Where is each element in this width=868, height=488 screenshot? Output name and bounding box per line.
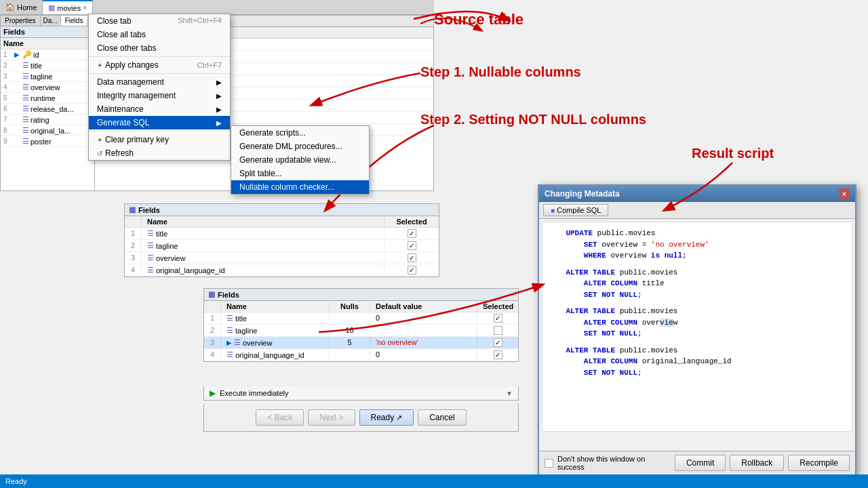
menu-item-refresh[interactable]: ↺ Refresh [89,146,230,160]
menu-item-apply[interactable]: ✦ Apply changes Ctrl+F7 [89,58,230,72]
dialog-footer: Don't show this window on success Commit… [539,451,855,474]
dont-show-checkbox[interactable] [545,459,553,468]
home-icon: 🏠 [5,3,15,12]
submenu-item-view[interactable]: Generate updatable view... [231,153,369,167]
table-row[interactable]: 2 ☰ tagline 16 [204,325,518,337]
bottom-buttons-bar: < Back Next > Ready ↗ Cancel [203,404,519,432]
table-row[interactable]: 3 ☰ overview ✓ [125,252,439,264]
tab-left-properties[interactable]: Properties [1,16,41,26]
list-item[interactable]: 7 ☰rating [1,115,94,125]
list-item[interactable]: 9 ☰poster [1,136,94,147]
list-item[interactable]: 4 ☰overview [1,82,94,93]
sql-content: UPDATE public.movies SET overview = 'no … [542,222,852,432]
fields-lower-header: Name Nulls Default value Selected [204,301,518,312]
menu-item-close-other[interactable]: Close other tabs [89,41,230,55]
movies-tab[interactable]: ▦ movies × [43,0,93,14]
table-row-selected[interactable]: 3 ▶ ☰ overview 5 'no overview' ✓ [204,337,518,349]
execute-label: Execute immediately [220,389,289,397]
left-panel: Properties Da... Fields Fields Name 1 ▶ … [0,15,95,191]
tab-left-data[interactable]: Da... [41,16,61,26]
menu-item-maintenance[interactable]: Maintenance ▶ [89,102,230,116]
sub-context-menu: Generate scripts... Generate DML procedu… [231,125,370,195]
menu-separator [89,56,230,57]
execute-bar: ▶ Execute immediately ▼ [203,386,519,401]
submenu-item-split[interactable]: Split table... [231,167,369,180]
changing-metadata-dialog: Changing Metadata × ■ Compile SQL UPDATE… [538,184,856,476]
close-button[interactable]: × [839,188,850,199]
menu-item-data-management[interactable]: Data management ▶ [89,75,230,89]
menu-item-generate-sql[interactable]: Generate SQL ▶ [89,116,230,129]
list-item[interactable]: 8 ☰original_la... [1,125,94,136]
table-icon: ▦ [48,3,55,12]
fields-panel-header: Fields [1,26,94,38]
compile-icon: ■ [551,207,555,214]
submenu-item-scripts[interactable]: Generate scripts... [231,126,369,140]
fields-upper-header: Name Selected [125,216,439,228]
back-button[interactable]: < Back [256,409,304,426]
submenu-item-nullable[interactable]: Nullable column checker... [231,180,369,194]
fields-upper-panel: ▦ Fields Name Selected 1 ☰ title ✓ 2 ☰ t… [124,203,439,277]
menu-item-clear-pk[interactable]: ✦ Clear primary key [89,133,230,146]
context-menu: Close tab Shift+Ctrl+F4 Close all tabs C… [88,14,231,161]
dont-show-label: Don't show this window on success [557,455,671,471]
table-row[interactable]: 1 ☰ title ✓ [125,228,439,240]
commit-button[interactable]: Commit [675,455,726,471]
menu-item-close-tab[interactable]: Close tab Shift+Ctrl+F4 [89,14,230,28]
fields-upper-title: ▦ Fields [125,204,439,216]
annotation-step1: Step 1. Nullable columns [420,64,581,80]
play-icon: ▶ [210,388,216,398]
compile-sql-button[interactable]: ■ Compile SQL [543,204,608,216]
list-item[interactable]: 5 ☰runtime [1,93,94,104]
rollback-button[interactable]: Rollback [730,455,784,471]
menu-separator [89,73,230,74]
list-item[interactable]: 2 ☰title [1,60,94,71]
list-item[interactable]: 6 ☰release_da... [1,104,94,115]
table-row[interactable]: 2 ☰ tagline ✓ [125,240,439,252]
status-text: Ready [5,477,27,485]
list-item[interactable]: 3 ☰tagline [1,71,94,82]
annotation-step2: Step 2. Setting NOT NULL columns [420,112,646,127]
annotation-source-table: Source table [434,11,524,28]
table-row[interactable]: 1 ☰ title 0 ✓ [204,312,518,325]
ready-button[interactable]: Ready ↗ [359,409,414,426]
tab-left-fields[interactable]: Fields [61,16,87,26]
fields-lower-panel: ▦ Fields Name Nulls Default value Select… [203,288,519,362]
table-row[interactable]: 4 ☰ original_language_id 0 ✓ [204,349,518,361]
menu-item-close-all[interactable]: Close all tabs [89,28,230,41]
fields-lower-title: ▦ Fields [204,289,518,301]
submenu-item-dml[interactable]: Generate DML procedures... [231,140,369,153]
cancel-button[interactable]: Cancel [418,409,466,426]
next-button[interactable]: Next > [308,409,355,426]
status-bar: Ready [0,474,868,488]
dialog-toolbar: ■ Compile SQL [539,202,855,219]
menu-separator [89,131,230,131]
dropdown-arrow-icon[interactable]: ▼ [506,390,513,397]
annotation-result-script: Result script [692,146,774,161]
dialog-titlebar: Changing Metadata × [539,186,855,202]
top-tab-bar: 🏠 movies Home ▦ movies × [0,0,434,15]
left-tab-bar: Properties Da... Fields [1,16,94,26]
list-item[interactable]: 1 ▶ 🔑id [1,49,94,60]
home-tab[interactable]: 🏠 movies Home [0,0,43,14]
recompile-button[interactable]: Recompile [788,455,850,471]
menu-item-integrity[interactable]: Integrity management ▶ [89,89,230,102]
cursor-icon: ↗ [396,413,402,422]
table-row[interactable]: 4 ☰ original_language_id ✓ [125,264,439,277]
fields-col-header: Name [1,38,94,49]
